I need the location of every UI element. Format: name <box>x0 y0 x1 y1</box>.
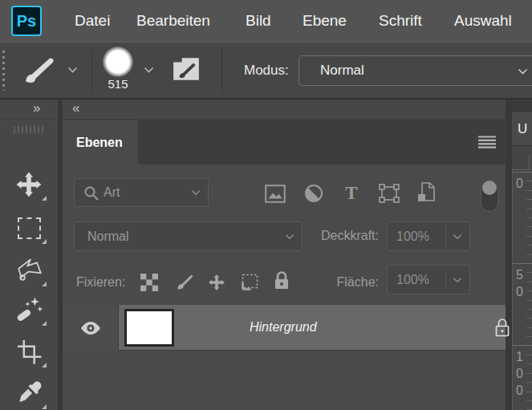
layer-blend-mode-value: Normal <box>87 229 129 244</box>
ruler-minor-tick <box>526 226 532 227</box>
menu-item-bild[interactable]: Bild <box>246 0 271 42</box>
crop-tool-icon <box>17 339 42 364</box>
photoshop-logo-icon[interactable]: Ps <box>11 6 42 36</box>
lock-position-icon[interactable] <box>206 272 227 293</box>
toggle-brush-panel-button[interactable] <box>172 55 201 83</box>
menu-item-bearbeiten[interactable]: Bearbeiten <box>136 0 210 42</box>
opacity-value: 100% <box>396 229 429 244</box>
opacity-select[interactable]: 100% <box>387 221 470 251</box>
toolbar-grip[interactable] <box>14 126 46 133</box>
dropdown-divider <box>445 269 446 290</box>
lock-image-pixels-icon[interactable] <box>175 271 196 292</box>
ruler-major-tick <box>513 172 532 173</box>
ruler-minor-tick <box>526 327 532 328</box>
fill-select[interactable]: 100% <box>387 265 470 294</box>
panel-tab-bar: Ebenen <box>63 119 506 164</box>
magic-wand-icon <box>15 296 43 323</box>
tool-flyout-triangle <box>42 239 47 244</box>
layer-lock-icon[interactable] <box>493 317 511 339</box>
lasso-tool-icon <box>14 258 43 283</box>
eyedropper-icon <box>17 381 42 406</box>
chevron-down-icon[interactable] <box>144 67 154 73</box>
lock-all-icon[interactable] <box>271 270 292 291</box>
ruler-minor-tick <box>526 392 532 392</box>
crop-tool-button[interactable] <box>7 333 51 370</box>
document-tab-bar <box>512 99 532 112</box>
expand-toolbar-button[interactable]: » <box>33 99 40 119</box>
layers-panel: « Ebenen Art <box>63 99 506 410</box>
type-layer-filter-icon[interactable]: T <box>341 182 362 203</box>
rectangular-marquee-tool-button[interactable] <box>7 209 51 246</box>
ruler-minor-tick <box>526 290 532 291</box>
ruler-corner[interactable] <box>512 146 532 172</box>
chevron-down-icon <box>191 189 201 196</box>
fill-value: 100% <box>396 273 429 287</box>
adjustment-layer-filter-icon[interactable] <box>303 183 324 204</box>
ruler-minor-tick <box>526 363 532 364</box>
ruler-label: 50 <box>516 266 526 300</box>
document-tab[interactable]: U <box>512 112 532 146</box>
marquee-tool-icon <box>18 217 41 239</box>
fill-label: Fläche: <box>303 274 379 290</box>
lock-label: Fixieren: <box>76 274 125 290</box>
brush-panel-icon <box>172 55 201 83</box>
mode-label: Modus: <box>244 43 289 98</box>
ruler-minor-tick <box>526 199 532 200</box>
layer-blend-mode-select[interactable]: Normal <box>74 221 303 251</box>
vertical-ruler: 0 50 100 <box>512 172 532 410</box>
tool-flyout-triangle <box>42 196 47 201</box>
options-bar-grip[interactable] <box>2 51 5 91</box>
tab-ebenen[interactable]: Ebenen <box>63 120 138 164</box>
brush-icon <box>22 55 58 85</box>
search-icon <box>83 185 99 201</box>
ruler-minor-tick <box>526 236 532 237</box>
opacity-label: Deckkraft: <box>303 228 379 244</box>
pixel-layer-filter-icon[interactable] <box>265 183 286 204</box>
tool-flyout-triangle <box>42 404 47 409</box>
brush-preset-button[interactable] <box>22 55 58 85</box>
ruler-minor-tick <box>526 318 532 319</box>
eyedropper-tool-button[interactable] <box>7 375 51 410</box>
chevron-down-icon <box>453 233 462 240</box>
eye-icon <box>79 320 102 336</box>
ruler-minor-tick <box>526 282 532 282</box>
layer-row-hintergrund[interactable]: Hintergrund <box>119 305 506 351</box>
ruler-minor-tick <box>526 373 532 374</box>
menu-bar: Ps Datei Bearbeiten Bild Ebene Schrift A… <box>0 0 532 42</box>
options-bar: 515 Modus: Normal <box>0 42 532 99</box>
polygonal-lasso-tool-button[interactable] <box>7 252 51 289</box>
menu-item-datei[interactable]: Datei <box>75 0 110 42</box>
menu-item-auswahl[interactable]: Auswahl <box>454 0 512 42</box>
layer-thumbnail[interactable] <box>124 309 174 347</box>
ruler-label: 0 <box>516 175 526 192</box>
layer-visibility-cell[interactable] <box>63 305 119 351</box>
menu-item-ebene[interactable]: Ebene <box>303 0 347 42</box>
move-tool-button[interactable] <box>7 166 51 203</box>
options-separator <box>221 48 222 92</box>
document-tab-title: U <box>518 121 527 137</box>
ruler-minor-tick <box>526 272 532 273</box>
smart-object-filter-icon[interactable] <box>416 182 437 203</box>
ruler-minor-tick <box>526 181 532 181</box>
menu-item-schrift[interactable]: Schrift <box>379 0 422 42</box>
ruler-minor-tick <box>526 355 532 355</box>
panel-menu-icon[interactable] <box>478 136 496 148</box>
layer-filter-toggle[interactable] <box>481 179 498 212</box>
panel-dock-header: « <box>63 99 506 119</box>
layer-name[interactable]: Hintergrund <box>250 305 317 350</box>
lock-artboard-nesting-icon[interactable] <box>239 271 260 292</box>
layer-filter-type-select[interactable]: Art <box>74 178 209 207</box>
layer-filter-value: Art <box>104 185 120 200</box>
tool-flyout-triangle <box>42 363 47 367</box>
dropdown-divider <box>445 225 446 247</box>
toggle-knob <box>482 181 497 195</box>
tools-panel: » <box>0 99 58 410</box>
collapse-panels-button[interactable]: « <box>72 99 79 119</box>
lock-transparent-pixels-icon[interactable] <box>139 272 160 293</box>
chevron-down-icon[interactable] <box>67 67 78 73</box>
paint-mode-select[interactable]: Normal <box>298 55 532 86</box>
brush-tip-preview <box>103 47 133 77</box>
toolbar-body <box>0 119 58 410</box>
shape-layer-filter-icon[interactable] <box>379 183 400 204</box>
magic-wand-tool-button[interactable] <box>7 291 51 328</box>
